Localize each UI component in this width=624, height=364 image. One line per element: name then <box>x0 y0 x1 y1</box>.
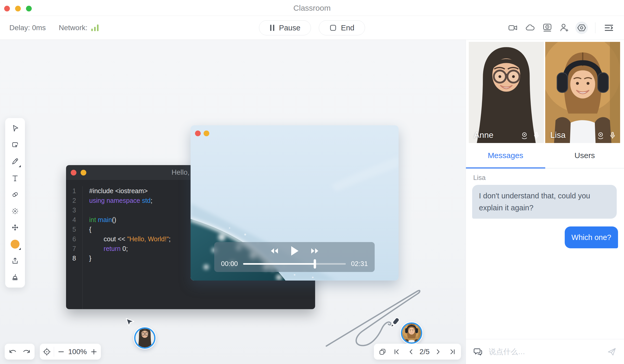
play-button[interactable] <box>289 245 300 257</box>
marquee-tool[interactable] <box>8 137 23 152</box>
received-message-bubble: I don't understand that, could you expla… <box>472 185 617 219</box>
minus-icon <box>58 348 64 355</box>
pen-icon <box>11 158 19 165</box>
pen-submenu-caret <box>19 165 21 167</box>
text-icon <box>11 174 19 182</box>
video-feeds: Anne <box>469 42 620 143</box>
anne-cursor-avatar <box>134 327 155 349</box>
duration: 02:31 <box>351 260 368 268</box>
zoom-level: 100% <box>68 348 87 356</box>
rewind-icon <box>270 248 279 254</box>
locate-icon <box>43 348 51 356</box>
cloud-button[interactable] <box>524 22 536 34</box>
undo-button[interactable] <box>7 346 18 358</box>
recenter-button[interactable] <box>41 346 53 358</box>
chat-message-input[interactable] <box>488 347 601 356</box>
zoom-out-button[interactable] <box>55 346 67 358</box>
microphone-icon[interactable] <box>609 132 616 139</box>
pages-overview-button[interactable] <box>377 346 388 358</box>
cloud-icon <box>525 23 535 33</box>
right-panel: Anne <box>466 40 624 364</box>
pause-button[interactable]: Pause <box>259 20 311 35</box>
classroom-app: Classroom Delay: 0ms Network: Pause End <box>0 0 624 364</box>
color-picker-tool[interactable] <box>8 237 23 252</box>
laser-pointer-tool[interactable] <box>8 204 23 219</box>
line-number-gutter: 12345678 <box>66 186 83 309</box>
last-page-icon <box>449 348 456 355</box>
fast-forward-button[interactable] <box>309 245 321 257</box>
tab-messages[interactable]: Messages <box>466 143 545 168</box>
video-feed-lisa[interactable]: Lisa <box>545 42 620 143</box>
video-player-window[interactable]: 00:00 02:31 <box>191 125 399 281</box>
pause-button-label: Pause <box>279 24 300 32</box>
collapse-panel-button[interactable] <box>603 22 615 34</box>
lisa-cursor-avatar <box>401 322 422 344</box>
code-line: return 0; <box>89 244 171 254</box>
media-share-icon <box>542 23 552 33</box>
video-feed-anne[interactable]: Anne <box>469 42 544 143</box>
whiteboard-canvas[interactable]: Hello, World 12345678 #include <iostream… <box>0 40 466 364</box>
camera-toggle-button[interactable] <box>507 22 519 34</box>
line-number: 6 <box>66 234 82 244</box>
eraser-tool[interactable] <box>8 187 23 202</box>
line-number: 4 <box>66 215 82 225</box>
seek-bar-fill <box>243 263 315 265</box>
tab-users[interactable]: Users <box>545 143 624 168</box>
seek-bar[interactable] <box>243 263 346 265</box>
end-button[interactable]: End <box>319 20 365 35</box>
redo-button[interactable] <box>21 346 32 358</box>
webcam-icon[interactable] <box>597 132 604 139</box>
first-page-button[interactable] <box>391 346 402 358</box>
seek-bar-thumb[interactable] <box>314 259 316 269</box>
pages-icon <box>379 348 386 356</box>
current-color-swatch <box>11 240 20 249</box>
zoom-controls: 100% <box>40 344 101 360</box>
pen-tool[interactable] <box>8 154 23 169</box>
add-user-button[interactable] <box>558 22 571 34</box>
color-submenu-caret <box>19 248 21 250</box>
pause-icon <box>270 24 275 31</box>
move-tool[interactable] <box>8 220 23 235</box>
settings-button[interactable] <box>575 22 588 34</box>
rewind-button[interactable] <box>269 245 280 257</box>
participant-name: Lisa <box>550 130 566 140</box>
message-list[interactable]: LisaI don't understand that, could you e… <box>466 168 624 339</box>
chevron-left-icon <box>408 348 414 355</box>
upload-tool[interactable] <box>8 253 23 268</box>
play-icon <box>290 246 299 256</box>
anne-cursor-icon <box>126 317 135 327</box>
code-line: using namespace std; <box>89 196 171 205</box>
window-title: Classroom <box>0 0 624 16</box>
marquee-select-icon <box>11 141 19 149</box>
zoom-divider <box>54 347 54 357</box>
lisa-video <box>545 42 620 143</box>
last-page-button[interactable] <box>447 346 458 358</box>
screen-share-button[interactable] <box>541 22 554 34</box>
stop-icon <box>329 24 337 31</box>
code-lines: #include <iostream>using namespace std;i… <box>83 186 171 309</box>
clear-canvas-tool[interactable] <box>8 270 23 285</box>
toolbar-divider <box>595 22 595 33</box>
microphone-icon[interactable] <box>532 132 540 139</box>
cursor-icon <box>11 125 19 132</box>
previous-page-button[interactable] <box>405 346 417 358</box>
zoom-in-button[interactable] <box>88 346 100 358</box>
video-player-controls: 00:00 02:31 <box>214 242 375 272</box>
send-icon[interactable] <box>607 347 616 356</box>
sent-message-bubble: Which one? <box>565 226 618 248</box>
fast-forward-icon <box>310 248 319 254</box>
webcam-icon[interactable] <box>521 132 528 139</box>
plus-icon <box>90 348 97 355</box>
next-page-button[interactable] <box>432 346 444 358</box>
upload-icon <box>11 257 19 265</box>
text-tool[interactable] <box>8 171 23 186</box>
history-controls <box>5 344 35 360</box>
undo-icon <box>9 349 17 355</box>
line-number: 5 <box>66 225 82 234</box>
move-icon <box>11 224 19 231</box>
select-tool[interactable] <box>8 121 23 136</box>
message-sender: Lisa <box>473 174 618 182</box>
panel-tabs: Messages Users <box>466 143 624 168</box>
video-minimize-button[interactable] <box>204 131 209 136</box>
video-close-button[interactable] <box>195 131 201 136</box>
